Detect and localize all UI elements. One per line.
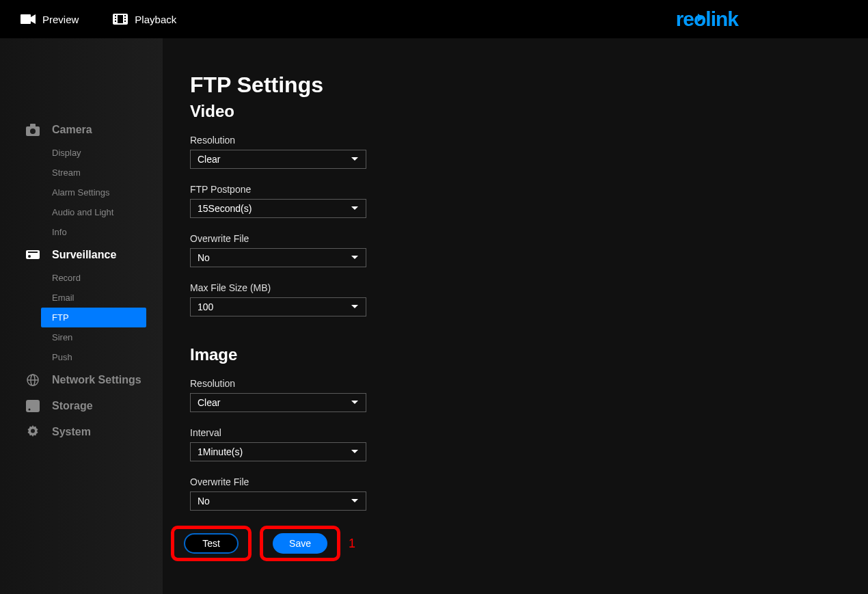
sidebar-item-alarm-settings[interactable]: Alarm Settings: [0, 183, 163, 202]
chevron-down-icon: [351, 157, 359, 162]
image-resolution-label: Resolution: [190, 378, 841, 389]
image-resolution-value: Clear: [198, 397, 220, 408]
annotation-box-test: Test: [171, 526, 252, 561]
surveillance-icon: [26, 249, 40, 261]
svg-rect-16: [26, 400, 40, 412]
svg-rect-6: [124, 18, 126, 19]
image-overwrite-value: No: [198, 496, 210, 507]
interval-label: Interval: [190, 427, 841, 438]
sidebar-item-stream[interactable]: Stream: [0, 163, 163, 183]
globe-icon: [26, 374, 40, 386]
svg-point-11: [30, 129, 36, 134]
chevron-down-icon: [351, 449, 359, 455]
nav-preview-label: Preview: [42, 14, 79, 25]
chevron-down-icon: [351, 498, 359, 504]
sidebar-item-siren[interactable]: Siren: [0, 327, 163, 347]
sidebar-item-email[interactable]: Email: [0, 288, 163, 308]
section-title-video: Video: [190, 102, 841, 121]
max-file-size-label: Max File Size (MB): [190, 282, 841, 293]
sidebar-storage-label: Storage: [52, 400, 93, 412]
max-file-size-value: 100: [198, 301, 213, 312]
save-button[interactable]: Save: [273, 533, 327, 554]
nav-playback[interactable]: Playback: [113, 14, 176, 25]
film-icon: [113, 14, 128, 25]
video-resolution-label: Resolution: [190, 135, 841, 146]
section-title-image: Image: [190, 345, 841, 364]
svg-rect-5: [124, 15, 126, 16]
svg-rect-0: [21, 14, 31, 24]
svg-rect-7: [124, 21, 126, 22]
sidebar-item-record[interactable]: Record: [0, 268, 163, 288]
chevron-down-icon: [351, 304, 359, 310]
image-overwrite-select[interactable]: No: [190, 491, 366, 511]
main-panel: FTP Settings Video Resolution Clear FTP …: [163, 38, 868, 594]
storage-icon: [26, 400, 40, 412]
svg-rect-2: [115, 15, 116, 16]
sidebar-item-push[interactable]: Push: [0, 347, 163, 367]
sidebar-section-system[interactable]: System: [0, 419, 163, 445]
image-overwrite-label: Overwrite File: [190, 476, 841, 487]
video-overwrite-select[interactable]: No: [190, 248, 366, 267]
svg-point-13: [28, 255, 31, 258]
interval-value: 1Minute(s): [198, 446, 243, 457]
svg-rect-10: [30, 124, 36, 127]
sidebar-item-info[interactable]: Info: [0, 222, 163, 242]
svg-rect-8: [118, 15, 123, 23]
brand-logo: reolink: [676, 8, 738, 31]
nav-preview[interactable]: Preview: [21, 14, 79, 25]
svg-point-18: [31, 429, 35, 433]
topbar: Preview Playback reolink: [0, 0, 868, 38]
sidebar-section-surveillance[interactable]: Surveillance: [0, 242, 163, 268]
sidebar-item-audio-light[interactable]: Audio and Light: [0, 202, 163, 222]
sidebar-network-label: Network Settings: [52, 374, 141, 386]
nav-playback-label: Playback: [135, 14, 176, 25]
svg-rect-3: [115, 18, 116, 19]
gear-icon: [26, 426, 40, 438]
chevron-down-icon: [351, 206, 359, 211]
ftp-postpone-label: FTP Postpone: [190, 184, 841, 195]
video-overwrite-label: Overwrite File: [190, 233, 841, 244]
camera-settings-icon: [26, 124, 40, 136]
page-title: FTP Settings: [190, 72, 841, 98]
sidebar-item-display[interactable]: Display: [0, 143, 163, 163]
svg-rect-12: [26, 250, 40, 259]
sidebar-section-network[interactable]: Network Settings: [0, 367, 163, 393]
interval-select[interactable]: 1Minute(s): [190, 442, 366, 461]
chevron-down-icon: [351, 255, 359, 260]
svg-rect-4: [115, 21, 116, 22]
video-overwrite-value: No: [198, 252, 210, 263]
annotation-box-save: Save: [260, 526, 340, 561]
camera-icon: [21, 14, 36, 25]
sidebar: Camera Display Stream Alarm Settings Aud…: [0, 38, 163, 594]
ftp-postpone-select[interactable]: 15Second(s): [190, 199, 366, 218]
max-file-size-select[interactable]: 100: [190, 297, 366, 316]
sidebar-item-ftp[interactable]: FTP: [41, 308, 146, 327]
annotation-1: 1: [349, 537, 355, 551]
sidebar-system-label: System: [52, 426, 91, 438]
ftp-postpone-value: 15Second(s): [198, 203, 252, 214]
sidebar-surveillance-label: Surveillance: [52, 249, 116, 261]
svg-point-17: [29, 409, 31, 411]
chevron-down-icon: [351, 400, 359, 405]
sidebar-section-storage[interactable]: Storage: [0, 393, 163, 419]
sidebar-camera-label: Camera: [52, 124, 92, 136]
sidebar-section-camera[interactable]: Camera: [0, 117, 163, 143]
video-resolution-select[interactable]: Clear: [190, 150, 366, 169]
video-resolution-value: Clear: [198, 154, 220, 165]
test-button[interactable]: Test: [184, 533, 239, 554]
image-resolution-select[interactable]: Clear: [190, 393, 366, 412]
